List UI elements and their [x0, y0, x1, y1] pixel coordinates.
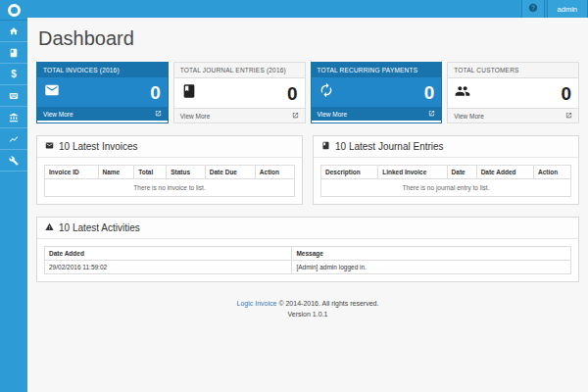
- latest-activities-panel: 10 Latest Activities Date Added Message …: [36, 217, 579, 282]
- stat-card-value: 0: [424, 83, 435, 102]
- column-header: Total: [134, 166, 167, 179]
- version-text: Version 1.0.1: [36, 309, 579, 319]
- column-header: Date Added: [45, 247, 292, 261]
- column-header: Action: [533, 166, 570, 179]
- column-header: Linked Invoice: [378, 166, 447, 179]
- empty-row: There is no invoice to list.: [45, 179, 295, 197]
- view-more-label: View More: [318, 111, 348, 118]
- column-header: Status: [167, 166, 206, 179]
- refresh-icon: [318, 82, 334, 102]
- book-icon: [321, 141, 330, 152]
- column-header: Message: [292, 247, 571, 261]
- sidebar-item-reports[interactable]: [0, 128, 27, 150]
- stat-card-value: 0: [287, 84, 298, 103]
- sidebar-nav: $: [0, 21, 27, 172]
- activity-row: 29/02/2016 11:59:02 [Admin] admin logged…: [45, 261, 571, 274]
- sidebar-item-journal[interactable]: [0, 42, 27, 64]
- sidebar-item-settings[interactable]: [0, 150, 27, 172]
- panel-title: 10 Latest Journal Entries: [335, 141, 444, 152]
- panels-row: 10 Latest Invoices Invoice ID Name Total…: [36, 135, 579, 205]
- book-icon: [9, 44, 19, 62]
- sidebar-item-bank[interactable]: [0, 107, 27, 128]
- view-more-label: View More: [43, 111, 74, 118]
- copyright-line: Logic Invoice © 2014-2016. All rights re…: [36, 298, 579, 309]
- latest-invoices-panel: 10 Latest Invoices Invoice ID Name Total…: [36, 135, 303, 205]
- stat-card-total-recurring-payments: TOTAL RECURRING PAYMENTS 0 View More: [311, 62, 443, 123]
- table-header-row: Description Linked Invoice Date Date Add…: [321, 166, 571, 179]
- page-title: Dashboard: [38, 27, 579, 50]
- column-header: Date: [447, 166, 476, 179]
- external-link-icon: [565, 112, 572, 120]
- external-link-icon: [155, 110, 162, 118]
- empty-message: There is no invoice to list.: [45, 179, 295, 197]
- warning-icon: [45, 222, 54, 233]
- view-more-link[interactable]: View More: [37, 107, 168, 121]
- stat-card-title: TOTAL INVOICES (2016): [37, 63, 168, 77]
- activity-date: 29/02/2016 11:59:02: [45, 261, 292, 274]
- stat-cards-row: TOTAL INVOICES (2016) 0 View More TOTAL …: [36, 62, 579, 123]
- empty-message: There is no journal entry to list.: [321, 179, 571, 197]
- app-window: admin $: [0, 0, 588, 392]
- main-content: Dashboard TOTAL INVOICES (2016) 0 View M…: [27, 18, 588, 392]
- keyboard-icon: [9, 87, 19, 105]
- panel-title: 10 Latest Invoices: [59, 141, 138, 152]
- external-link-icon: [292, 112, 299, 120]
- stat-card-title: TOTAL RECURRING PAYMENTS: [312, 63, 442, 77]
- user-menu-label: admin: [558, 5, 577, 14]
- brand-link[interactable]: Logic Invoice: [237, 300, 277, 307]
- app-logo[interactable]: [0, 0, 27, 21]
- envelope-icon: [44, 82, 60, 102]
- question-circle-icon: [528, 3, 538, 15]
- column-header: Date Added: [476, 166, 533, 179]
- view-more-label: View More: [454, 113, 484, 120]
- stat-card-total-invoices: TOTAL INVOICES (2016) 0 View More: [36, 62, 169, 123]
- sidebar-item-accounts[interactable]: [0, 85, 27, 107]
- envelope-icon: [45, 141, 54, 152]
- view-more-label: View More: [180, 113, 211, 120]
- copyright-text: © 2014-2016. All rights reserved.: [278, 300, 378, 307]
- help-button[interactable]: [521, 0, 545, 18]
- column-header: Name: [98, 166, 134, 179]
- user-menu-button[interactable]: admin: [547, 0, 588, 18]
- dollar-icon: $: [11, 70, 17, 79]
- column-header: Action: [255, 166, 294, 179]
- latest-journal-entries-panel: 10 Latest Journal Entries Description Li…: [313, 135, 579, 205]
- external-link-icon: [428, 110, 435, 118]
- stat-card-value: 0: [561, 84, 571, 103]
- column-header: Date Due: [205, 166, 255, 179]
- sidebar-item-dashboard[interactable]: [0, 21, 27, 42]
- stat-card-value: 0: [150, 83, 161, 102]
- users-icon: [455, 83, 470, 103]
- home-icon: [9, 23, 19, 40]
- wrench-icon: [9, 152, 19, 170]
- invoices-table: Invoice ID Name Total Status Date Due Ac…: [44, 165, 295, 197]
- journal-entries-table: Description Linked Invoice Date Date Add…: [320, 165, 571, 197]
- book-icon: [181, 83, 197, 103]
- table-header-row: Date Added Message: [45, 247, 571, 261]
- logo-donut-icon: [8, 4, 21, 17]
- stat-card-title: TOTAL CUSTOMERS: [448, 63, 578, 78]
- view-more-link[interactable]: View More: [174, 108, 305, 122]
- column-header: Description: [321, 166, 378, 179]
- panel-title: 10 Latest Activities: [59, 222, 140, 233]
- sidebar: $: [0, 0, 27, 392]
- column-header: Invoice ID: [45, 166, 99, 179]
- empty-row: There is no journal entry to list.: [321, 179, 571, 197]
- page-footer: Logic Invoice © 2014-2016. All rights re…: [36, 298, 579, 319]
- table-header-row: Invoice ID Name Total Status Date Due Ac…: [45, 166, 295, 179]
- line-chart-icon: [9, 130, 19, 148]
- stat-card-title: TOTAL JOURNAL ENTRIES (2016): [174, 63, 305, 78]
- stat-card-total-journal-entries: TOTAL JOURNAL ENTRIES (2016) 0 View More: [173, 62, 306, 123]
- sidebar-item-payments[interactable]: $: [0, 64, 27, 85]
- topbar: admin: [27, 0, 588, 18]
- activity-message: [Admin] admin logged in.: [292, 261, 571, 274]
- view-more-link[interactable]: View More: [312, 107, 442, 121]
- activities-table: Date Added Message 29/02/2016 11:59:02 […: [44, 246, 571, 274]
- view-more-link[interactable]: View More: [448, 108, 578, 122]
- stat-card-total-customers: TOTAL CUSTOMERS 0 View More: [447, 62, 579, 123]
- bank-icon: [9, 109, 19, 126]
